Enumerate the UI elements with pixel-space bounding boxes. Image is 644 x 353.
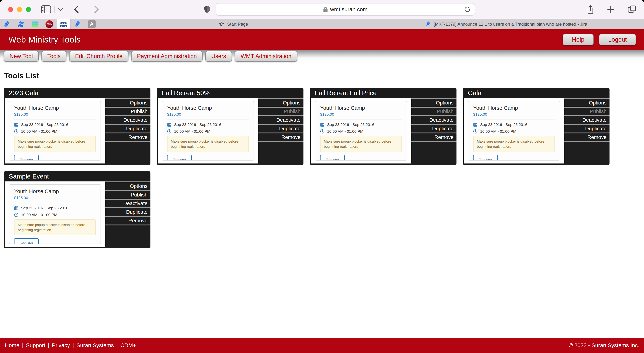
- url-text: wmt.suran.com: [330, 6, 367, 12]
- nav-wmt-administration[interactable]: WMT Administration: [235, 51, 297, 62]
- browser-window: wmt.suran.com: [0, 0, 644, 353]
- minimize-window-button[interactable]: [17, 7, 22, 12]
- menu-item-options[interactable]: Options: [105, 182, 150, 191]
- popup-blocker-warning: Make sure popup blocker is disabled befo…: [14, 136, 96, 152]
- menu-item-duplicate[interactable]: Duplicate: [564, 125, 610, 133]
- register-button[interactable]: Register: [320, 155, 345, 161]
- event-dates: Sep 23 2016 - Sep 25 2016: [327, 122, 374, 127]
- menu-item-duplicate[interactable]: Duplicate: [411, 125, 456, 133]
- menu-item-duplicate[interactable]: Duplicate: [105, 125, 150, 133]
- footer-link-support[interactable]: Support: [26, 342, 45, 349]
- menu-item-duplicate[interactable]: Duplicate: [258, 125, 304, 133]
- footer-link-privacy[interactable]: Privacy: [52, 342, 70, 349]
- menu-item-options[interactable]: Options: [411, 99, 456, 108]
- event-name: Youth Horse Camp: [167, 105, 249, 111]
- options-menu: OptionsPublishDeactivateDuplicateRemove: [258, 98, 304, 165]
- forward-button[interactable]: [94, 5, 100, 13]
- clock-icon: [473, 129, 478, 134]
- close-window-button[interactable]: [8, 7, 13, 12]
- browser-toolbar: wmt.suran.com: [0, 0, 644, 19]
- pinned-tab-cdm-plus[interactable]: CDM+: [42, 19, 56, 29]
- footer-link-home[interactable]: Home: [5, 342, 20, 349]
- menu-item-publish[interactable]: Publish: [105, 108, 150, 116]
- back-button[interactable]: [74, 5, 79, 13]
- pinned-tab-wmt-active[interactable]: [56, 19, 71, 29]
- pinned-tab-confluence[interactable]: [14, 19, 28, 29]
- register-button[interactable]: Register: [473, 155, 498, 161]
- menu-item-publish: Publish: [564, 108, 610, 116]
- menu-item-publish[interactable]: Publish: [105, 191, 150, 200]
- menu-item-publish: Publish: [258, 108, 304, 116]
- zoom-window-button[interactable]: [26, 7, 31, 12]
- event-name: Youth Horse Camp: [14, 188, 96, 194]
- footer-link-cdm[interactable]: CDM+: [120, 342, 136, 349]
- nav-edit-church-profile[interactable]: Edit Church Profile: [69, 51, 128, 62]
- calendar-icon: [14, 122, 18, 127]
- event-times: 10:00 AM - 01:00 PM: [21, 213, 57, 217]
- menu-item-options[interactable]: Options: [564, 99, 610, 108]
- menu-item-remove[interactable]: Remove: [564, 133, 610, 142]
- event-preview-card: Youth Horse Camp $125.00 Sep 23 2016 - S…: [9, 101, 101, 161]
- event-price: $125.00: [14, 196, 96, 200]
- nav-users[interactable]: Users: [205, 51, 232, 62]
- card-header: Gala: [463, 88, 610, 98]
- menu-item-remove[interactable]: Remove: [105, 217, 150, 225]
- menu-item-deactivate[interactable]: Deactivate: [258, 116, 304, 125]
- event-times: 10:00 AM - 01:00 PM: [327, 129, 363, 134]
- letter-a-icon: A: [88, 20, 96, 28]
- tab-start-page-label: Start Page: [227, 22, 248, 27]
- site-header: Web Ministry Tools Help Logout: [0, 29, 644, 50]
- menu-item-remove[interactable]: Remove: [411, 133, 456, 142]
- menu-item-deactivate[interactable]: Deactivate: [105, 116, 150, 125]
- event-price: $125.00: [14, 112, 96, 117]
- footer-separator: |: [72, 342, 74, 349]
- pinned-tab-jira-2[interactable]: [71, 19, 85, 29]
- register-button[interactable]: Register: [14, 238, 39, 244]
- popup-blocker-warning: Make sure popup blocker is disabled befo…: [167, 136, 249, 152]
- pinned-tab-letter-a[interactable]: A: [85, 19, 99, 29]
- nav-new-tool[interactable]: New Tool: [4, 51, 39, 62]
- menu-item-options[interactable]: Options: [258, 99, 304, 108]
- jira-icon: [3, 20, 11, 28]
- chevron-down-icon[interactable]: [58, 8, 63, 11]
- tab-bar: CDM+ A Start Page [MKT-1379] Announce 12: [0, 19, 644, 29]
- menu-item-remove[interactable]: Remove: [258, 133, 304, 142]
- menu-item-deactivate[interactable]: Deactivate: [564, 116, 610, 125]
- nav-payment-administration[interactable]: Payment Administration: [131, 51, 203, 62]
- privacy-shield-icon[interactable]: [204, 5, 210, 13]
- menu-item-deactivate[interactable]: Deactivate: [411, 116, 456, 125]
- url-field[interactable]: wmt.suran.com: [216, 3, 475, 15]
- options-menu: OptionsPublishDeactivateDuplicateRemove: [105, 98, 150, 165]
- menu-item-options[interactable]: Options: [105, 99, 150, 108]
- menu-item-duplicate[interactable]: Duplicate: [105, 208, 150, 217]
- register-button[interactable]: Register: [14, 155, 39, 161]
- event-dates: Sep 23 2016 - Sep 25 2016: [174, 122, 221, 127]
- logout-button[interactable]: Logout: [599, 34, 636, 45]
- tab-overview-button[interactable]: [628, 5, 636, 13]
- menu-item-remove[interactable]: Remove: [105, 133, 150, 142]
- options-menu: OptionsPublishDeactivateDuplicateRemove: [105, 181, 150, 248]
- menu-item-deactivate[interactable]: Deactivate: [105, 200, 150, 208]
- copyright-text: © 2023 - Suran Systems Inc.: [569, 342, 639, 349]
- event-preview: Youth Horse Camp $125.00 Sep 23 2016 - S…: [4, 181, 105, 247]
- share-button[interactable]: [587, 5, 594, 14]
- tab-jira[interactable]: [MKT-1379] Announce 12.1 to users on a T…: [368, 19, 644, 29]
- pinned-tab-statuspage[interactable]: [28, 19, 42, 29]
- nav-tools[interactable]: Tools: [42, 51, 66, 62]
- help-button[interactable]: Help: [563, 34, 594, 45]
- divider: [14, 203, 96, 203]
- menu-item-publish: Publish: [411, 108, 456, 116]
- footer-separator: |: [22, 342, 24, 349]
- footer-link-suran-systems[interactable]: Suran Systems: [76, 342, 114, 349]
- pinned-tab-jira-1[interactable]: [0, 19, 14, 29]
- tab-start-page[interactable]: Start Page: [99, 19, 368, 29]
- sidebar-toggle-button[interactable]: [41, 5, 51, 13]
- tool-card: 2023 Gala Youth Horse Camp $125.00 Sep 2…: [4, 88, 150, 165]
- register-button[interactable]: Register: [167, 155, 192, 161]
- card-header: 2023 Gala: [4, 88, 150, 98]
- tool-card: Sample Event Youth Horse Camp $125.00 Se…: [4, 171, 150, 248]
- main-area: Tools List 2023 Gala Youth Horse Camp $1…: [0, 64, 644, 338]
- clock-icon: [14, 129, 18, 134]
- new-tab-button[interactable]: [607, 5, 615, 13]
- reload-button[interactable]: [464, 6, 470, 13]
